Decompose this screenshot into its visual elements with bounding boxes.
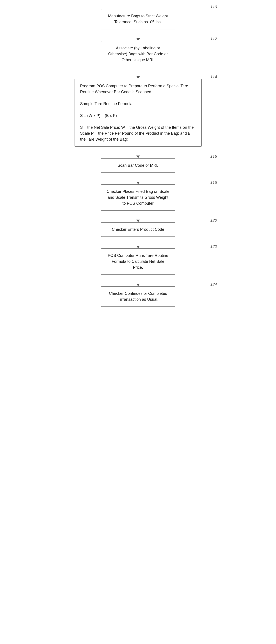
step-label-120: 120 <box>210 218 217 223</box>
arrow-line-1 <box>138 30 138 38</box>
step-text-114-line4: S = the Net Sale Price; W = the Gross We… <box>80 125 194 142</box>
step-box-122: POS Computer Runs Tare Routine Formula t… <box>101 248 175 275</box>
flow-step-116: 116 Scan Bar Code or MRL <box>61 158 215 173</box>
arrow-6 <box>136 237 140 248</box>
step-label-124: 124 <box>210 282 217 287</box>
arrow-4 <box>136 173 140 184</box>
arrow-head-4 <box>136 182 140 184</box>
step-label-116: 116 <box>210 154 217 159</box>
step-box-116: Scan Bar Code or MRL <box>101 158 175 173</box>
arrow-7 <box>136 275 140 286</box>
flow-step-122: 122 POS Computer Runs Tare Routine Formu… <box>61 248 215 275</box>
arrow-line-5 <box>138 211 138 220</box>
arrow-head-3 <box>136 156 140 158</box>
step-text-114-line2: Sample Tare Routine Formula: <box>80 102 134 106</box>
arrow-line-2 <box>138 67 138 76</box>
step-label-110: 110 <box>210 5 217 10</box>
flow-step-114: 114 Program POS Computer to Prepare to P… <box>61 79 215 147</box>
step-box-114: Program POS Computer to Prepare to Perfo… <box>74 79 202 147</box>
step-box-120: Checker Enters Product Code <box>101 222 175 237</box>
flowchart: 110 Manufacture Bags to Strict Weight To… <box>61 9 215 635</box>
arrow-2 <box>136 67 140 79</box>
step-label-114: 114 <box>210 75 217 80</box>
step-text-114-line3: S = (W x P) – (B x P) <box>80 114 117 118</box>
arrow-head-1 <box>136 38 140 41</box>
arrow-line-4 <box>138 173 138 182</box>
step-box-110: Manufacture Bags to Strict Weight Tolera… <box>101 9 175 30</box>
arrow-head-2 <box>136 76 140 79</box>
step-text-114-line1: Program POS Computer to Prepare to Perfo… <box>80 84 188 94</box>
arrow-line-7 <box>138 275 138 284</box>
flow-step-124: 124 Checker Continues or Completes Trrra… <box>61 286 215 307</box>
arrow-line-3 <box>138 147 138 156</box>
arrow-1 <box>136 30 140 41</box>
step-box-118: Checker Places Filled Bag on Scale and S… <box>101 184 175 211</box>
flow-step-112: 112 Associate (by Labeling or Otherwise)… <box>61 41 215 67</box>
arrow-3 <box>136 147 140 158</box>
arrow-head-6 <box>136 246 140 248</box>
arrow-5 <box>136 211 140 222</box>
flow-step-118: 118 Checker Places Filled Bag on Scale a… <box>61 184 215 211</box>
flow-step-120: 120 Checker Enters Product Code <box>61 222 215 237</box>
flow-step-110: 110 Manufacture Bags to Strict Weight To… <box>61 9 215 30</box>
step-label-122: 122 <box>210 244 217 249</box>
step-label-112: 112 <box>210 37 217 42</box>
step-label-118: 118 <box>210 180 217 185</box>
arrow-head-5 <box>136 220 140 222</box>
step-box-112: Associate (by Labeling or Otherwise) Bag… <box>101 41 175 67</box>
arrow-line-6 <box>138 237 138 246</box>
arrow-head-7 <box>136 284 140 286</box>
step-box-124: Checker Continues or Completes Trrransac… <box>101 286 175 307</box>
